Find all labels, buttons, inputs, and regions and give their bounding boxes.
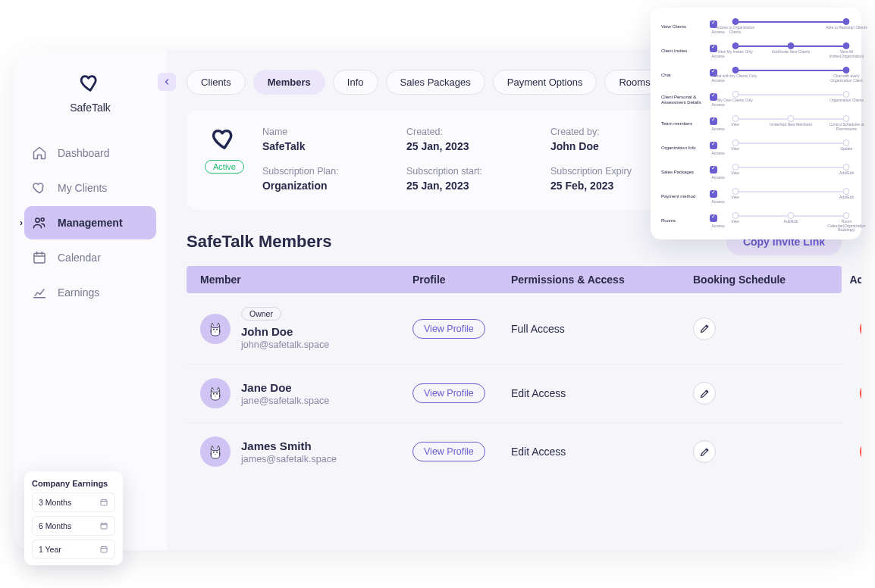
table-header-cell: Permissions & Access xyxy=(511,274,693,286)
table-header-cell: Member xyxy=(200,274,412,286)
permission-slider[interactable]: ViewUpdate xyxy=(731,139,851,158)
sidebar-item-earnings[interactable]: Earnings xyxy=(24,276,156,309)
table-row: OwnerJohn Doejohn@safetalk.spaceView Pro… xyxy=(187,293,842,364)
delete-button[interactable] xyxy=(860,317,861,340)
chart-icon xyxy=(32,285,47,300)
slider-node[interactable] xyxy=(732,18,739,25)
slider-col-label: View xyxy=(713,171,758,176)
slider-node[interactable] xyxy=(732,188,739,195)
permission-slider[interactable]: My Own Clients OnlyOrganization Clients xyxy=(731,91,851,109)
slider-node[interactable] xyxy=(732,42,739,49)
svg-point-0 xyxy=(36,218,39,222)
permission-slider[interactable]: Access to Organization ClientsAble to Re… xyxy=(731,18,851,36)
permission-slider[interactable]: ViewAdd/EditRoom Calendar(Organization B… xyxy=(731,212,851,230)
pencil-icon xyxy=(699,388,710,399)
org-heart-icon xyxy=(212,127,237,152)
info-value: Organization xyxy=(262,180,391,192)
sidebar-item-management[interactable]: ›Management xyxy=(24,206,156,239)
edit-schedule-button[interactable] xyxy=(693,382,716,405)
slider-node[interactable] xyxy=(732,139,739,146)
sidebar-collapse-button[interactable] xyxy=(158,73,176,91)
member-name: Jane Doe xyxy=(241,381,292,394)
slider-col-label: Organization Clients xyxy=(823,99,869,103)
info-cell: Created:25 Jan, 2023 xyxy=(406,127,535,152)
earnings-option[interactable]: 6 Months xyxy=(32,516,115,536)
slider-node[interactable] xyxy=(788,212,795,219)
slider-node[interactable] xyxy=(843,212,850,219)
tab-sales-packages[interactable]: Sales Packages xyxy=(386,70,485,95)
slider-node[interactable] xyxy=(732,212,739,219)
slider-node[interactable] xyxy=(843,42,850,49)
info-cell: NameSafeTalk xyxy=(262,127,391,152)
permission-label: Organization Info xyxy=(661,145,705,151)
slider-node[interactable] xyxy=(732,91,739,98)
brand: SafeTalk xyxy=(14,73,167,114)
permission-slider[interactable]: ViewAdd/Edit xyxy=(731,188,851,206)
permission-slider[interactable]: Chat with my Clients OnlyChat with every… xyxy=(731,67,851,85)
slider-node[interactable] xyxy=(732,164,739,170)
sidebar-item-my-clients[interactable]: My Clients xyxy=(24,171,156,205)
tab-info[interactable]: Info xyxy=(333,70,378,95)
permission-row: Payment methodAccessViewAdd/Edit xyxy=(661,188,851,206)
earnings-option[interactable]: 1 Year xyxy=(32,540,115,559)
sidebar-item-calendar[interactable]: Calendar xyxy=(24,241,156,274)
slider-node[interactable] xyxy=(732,115,739,122)
slider-node[interactable] xyxy=(843,164,850,170)
view-profile-button[interactable]: View Profile xyxy=(412,442,485,461)
access-label: Access xyxy=(710,127,726,131)
slider-node[interactable] xyxy=(843,188,850,195)
slider-col-label: Add/Edit xyxy=(823,171,869,176)
slider-col-label: Add/Edit xyxy=(768,220,814,224)
slider-node[interactable] xyxy=(788,115,795,122)
permission-text: Full Access xyxy=(511,323,693,335)
svg-point-7 xyxy=(213,393,215,395)
slider-node[interactable] xyxy=(843,18,850,25)
table-row: Jane Doejane@safetalk.spaceView ProfileE… xyxy=(187,364,842,423)
slider-node[interactable] xyxy=(843,67,850,74)
section-title: SafeTalk Members xyxy=(187,232,332,252)
slider-node[interactable] xyxy=(843,139,850,146)
permission-slider[interactable]: ViewAdd/Edit xyxy=(731,164,851,182)
permission-slider[interactable]: ViewInvite/Add New MembersControl Schedu… xyxy=(731,115,851,133)
slider-node[interactable] xyxy=(732,67,739,74)
tab-clients[interactable]: Clients xyxy=(187,70,246,95)
info-label: Name xyxy=(262,127,391,137)
permissions-panel: View ClientsAccessAccess to Organization… xyxy=(651,8,861,239)
chevron-left-icon xyxy=(162,77,171,86)
slider-node[interactable] xyxy=(843,115,850,122)
sidebar-item-dashboard[interactable]: Dashboard xyxy=(24,136,156,170)
slider-col-label: View xyxy=(713,147,758,152)
info-cell: Subscription start:25 Jan, 2023 xyxy=(406,166,535,192)
slider-node[interactable] xyxy=(843,91,850,98)
tab-members[interactable]: Members xyxy=(253,70,325,95)
permission-slider[interactable]: View My Invites OnlyAdd/Invite New Clien… xyxy=(731,42,851,61)
svg-rect-13 xyxy=(101,524,107,530)
svg-point-1 xyxy=(41,218,44,221)
edit-schedule-button[interactable] xyxy=(693,317,716,340)
brand-name: SafeTalk xyxy=(70,102,111,114)
member-cell: Jane Doejane@safetalk.space xyxy=(200,378,412,408)
svg-point-8 xyxy=(216,393,218,395)
calendar-icon xyxy=(99,498,108,507)
earnings-option-label: 1 Year xyxy=(39,545,61,554)
earnings-option-label: 6 Months xyxy=(39,521,71,530)
tab-payment-options[interactable]: Payment Options xyxy=(493,70,597,95)
view-profile-button[interactable]: View Profile xyxy=(412,319,485,339)
svg-rect-2 xyxy=(34,253,45,263)
delete-button[interactable] xyxy=(860,440,861,463)
slider-col-label: View xyxy=(713,123,758,127)
pencil-icon xyxy=(699,323,710,334)
edit-schedule-button[interactable] xyxy=(693,440,716,463)
info-label: Created: xyxy=(406,127,535,137)
permission-row: Organization InfoAccessViewUpdate xyxy=(661,139,851,158)
slider-node[interactable] xyxy=(788,42,795,49)
permission-row: Team membersAccessViewInvite/Add New Mem… xyxy=(661,115,851,133)
view-profile-button[interactable]: View Profile xyxy=(412,383,485,403)
svg-point-5 xyxy=(216,328,218,330)
delete-button[interactable] xyxy=(860,382,861,405)
access-label: Access xyxy=(710,102,726,107)
nav-label: Calendar xyxy=(58,252,101,264)
slider-col-label: Room Calendar(Organization Bookings) xyxy=(823,220,869,233)
earnings-option[interactable]: 3 Months xyxy=(32,493,115,512)
member-cell: James Smithjames@safetalk.space xyxy=(200,436,412,467)
